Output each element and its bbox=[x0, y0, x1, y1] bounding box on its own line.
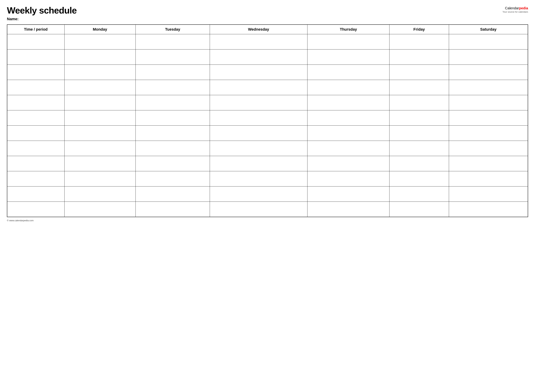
schedule-cell[interactable] bbox=[390, 171, 449, 187]
schedule-cell[interactable] bbox=[307, 187, 389, 202]
schedule-cell[interactable] bbox=[390, 187, 449, 202]
schedule-cell[interactable] bbox=[136, 156, 210, 171]
schedule-cell[interactable] bbox=[390, 141, 449, 156]
schedule-cell[interactable] bbox=[64, 110, 136, 126]
table-row bbox=[7, 95, 528, 110]
schedule-cell[interactable] bbox=[136, 34, 210, 50]
schedule-cell[interactable] bbox=[390, 202, 449, 217]
time-cell[interactable] bbox=[7, 50, 64, 65]
schedule-cell[interactable] bbox=[449, 202, 528, 217]
schedule-cell[interactable] bbox=[64, 34, 136, 50]
schedule-cell[interactable] bbox=[210, 156, 307, 171]
schedule-cell[interactable] bbox=[210, 126, 307, 141]
time-cell[interactable] bbox=[7, 65, 64, 80]
schedule-cell[interactable] bbox=[136, 110, 210, 126]
logo: Calendarpedia bbox=[502, 6, 528, 10]
schedule-cell[interactable] bbox=[390, 34, 449, 50]
schedule-cell[interactable] bbox=[210, 50, 307, 65]
table-row bbox=[7, 187, 528, 202]
schedule-cell[interactable] bbox=[136, 171, 210, 187]
schedule-cell[interactable] bbox=[210, 202, 307, 217]
table-row bbox=[7, 34, 528, 50]
schedule-cell[interactable] bbox=[390, 95, 449, 110]
footer: © www.calendarpedia.com bbox=[7, 219, 528, 222]
name-label: Name: bbox=[7, 17, 528, 21]
schedule-cell[interactable] bbox=[449, 110, 528, 126]
schedule-cell[interactable] bbox=[210, 171, 307, 187]
time-cell[interactable] bbox=[7, 80, 64, 95]
schedule-cell[interactable] bbox=[449, 50, 528, 65]
schedule-cell[interactable] bbox=[64, 187, 136, 202]
schedule-cell[interactable] bbox=[449, 156, 528, 171]
schedule-cell[interactable] bbox=[307, 110, 389, 126]
schedule-cell[interactable] bbox=[210, 141, 307, 156]
schedule-cell[interactable] bbox=[64, 126, 136, 141]
schedule-cell[interactable] bbox=[449, 126, 528, 141]
schedule-cell[interactable] bbox=[449, 187, 528, 202]
time-cell[interactable] bbox=[7, 110, 64, 126]
schedule-cell[interactable] bbox=[136, 141, 210, 156]
schedule-cell[interactable] bbox=[210, 80, 307, 95]
time-cell[interactable] bbox=[7, 171, 64, 187]
schedule-cell[interactable] bbox=[390, 50, 449, 65]
schedule-cell[interactable] bbox=[307, 65, 389, 80]
schedule-cell[interactable] bbox=[64, 80, 136, 95]
page-title: Weekly schedule bbox=[7, 5, 77, 15]
schedule-cell[interactable] bbox=[307, 202, 389, 217]
schedule-cell[interactable] bbox=[307, 50, 389, 65]
time-cell[interactable] bbox=[7, 34, 64, 50]
schedule-cell[interactable] bbox=[390, 110, 449, 126]
time-cell[interactable] bbox=[7, 141, 64, 156]
schedule-cell[interactable] bbox=[210, 95, 307, 110]
schedule-cell[interactable] bbox=[210, 34, 307, 50]
schedule-cell[interactable] bbox=[307, 126, 389, 141]
schedule-cell[interactable] bbox=[307, 80, 389, 95]
schedule-cell[interactable] bbox=[64, 65, 136, 80]
table-row bbox=[7, 156, 528, 171]
schedule-cell[interactable] bbox=[64, 95, 136, 110]
schedule-cell[interactable] bbox=[136, 95, 210, 110]
schedule-cell[interactable] bbox=[307, 34, 389, 50]
time-cell[interactable] bbox=[7, 202, 64, 217]
schedule-cell[interactable] bbox=[449, 171, 528, 187]
table-row bbox=[7, 65, 528, 80]
schedule-cell[interactable] bbox=[136, 187, 210, 202]
time-cell[interactable] bbox=[7, 126, 64, 141]
schedule-cell[interactable] bbox=[307, 95, 389, 110]
schedule-cell[interactable] bbox=[307, 141, 389, 156]
schedule-cell[interactable] bbox=[210, 110, 307, 126]
schedule-cell[interactable] bbox=[64, 50, 136, 65]
table-row bbox=[7, 171, 528, 187]
col-time-period: Time / period bbox=[7, 25, 64, 34]
schedule-cell[interactable] bbox=[136, 80, 210, 95]
schedule-cell[interactable] bbox=[449, 95, 528, 110]
page-header: Weekly schedule Calendarpedia Your sourc… bbox=[7, 5, 528, 15]
time-cell[interactable] bbox=[7, 95, 64, 110]
schedule-cell[interactable] bbox=[64, 141, 136, 156]
schedule-cell[interactable] bbox=[136, 126, 210, 141]
logo-text-before: Calendar bbox=[505, 6, 519, 10]
schedule-cell[interactable] bbox=[210, 65, 307, 80]
schedule-cell[interactable] bbox=[390, 80, 449, 95]
col-thursday: Thursday bbox=[307, 25, 389, 34]
schedule-cell[interactable] bbox=[210, 187, 307, 202]
table-row bbox=[7, 110, 528, 126]
schedule-cell[interactable] bbox=[64, 202, 136, 217]
schedule-cell[interactable] bbox=[390, 126, 449, 141]
time-cell[interactable] bbox=[7, 156, 64, 171]
time-cell[interactable] bbox=[7, 187, 64, 202]
schedule-cell[interactable] bbox=[64, 156, 136, 171]
schedule-cell[interactable] bbox=[307, 156, 389, 171]
schedule-cell[interactable] bbox=[449, 34, 528, 50]
schedule-cell[interactable] bbox=[136, 65, 210, 80]
col-saturday: Saturday bbox=[449, 25, 528, 34]
schedule-cell[interactable] bbox=[390, 156, 449, 171]
schedule-cell[interactable] bbox=[449, 65, 528, 80]
schedule-cell[interactable] bbox=[449, 80, 528, 95]
schedule-cell[interactable] bbox=[136, 202, 210, 217]
schedule-cell[interactable] bbox=[449, 141, 528, 156]
schedule-cell[interactable] bbox=[390, 65, 449, 80]
schedule-cell[interactable] bbox=[136, 50, 210, 65]
schedule-cell[interactable] bbox=[64, 171, 136, 187]
schedule-cell[interactable] bbox=[307, 171, 389, 187]
